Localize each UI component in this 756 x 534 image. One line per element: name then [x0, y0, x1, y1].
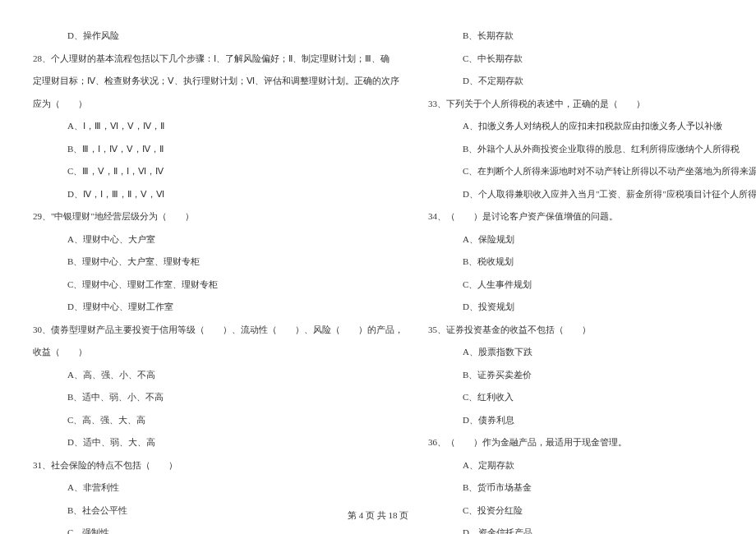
option-text: B、理财中心、大户室、理财专柜: [33, 251, 403, 274]
option-text: C、强制性: [33, 522, 403, 534]
question-text: 收益（ ）: [33, 341, 403, 364]
question-text: 35、证券投资基金的收益不包括（ ）: [428, 319, 756, 342]
option-text: B、货币市场基金: [428, 476, 756, 499]
option-text: D、适中、弱、大、高: [33, 431, 403, 454]
option-text: C、红利收入: [428, 386, 756, 409]
question-text: 36、（ ）作为金融产品，最适用于现金管理。: [428, 431, 756, 454]
option-text: D、Ⅳ，Ⅰ，Ⅲ，Ⅱ，Ⅴ，Ⅵ: [33, 183, 403, 206]
question-text: 30、债券型理财产品主要投资于信用等级（ ）、流动性（ ）、风险（ ）的产品，: [33, 319, 403, 342]
right-column: B、长期存款 C、中长期存款 D、不定期存款 33、下列关于个人所得税的表述中，…: [428, 25, 756, 534]
exam-page: D、操作风险 28、个人理财的基本流程包括以下几个步骤：Ⅰ、了解风险偏好；Ⅱ、制…: [0, 0, 756, 534]
option-text: D、个人取得兼职收入应并入当月"工资、薪金所得"应税项目计征个人所得税: [428, 183, 756, 206]
option-text: C、中长期存款: [428, 48, 756, 71]
option-text: B、证券买卖差价: [428, 364, 756, 387]
question-text: 29、"中银理财"地经营层级分为（ ）: [33, 205, 403, 228]
option-text: D、理财中心、理财工作室: [33, 296, 403, 319]
question-text: 定理财目标；Ⅳ、检查财务状况；Ⅴ、执行理财计划；Ⅵ、评估和调整理财计划。正确的次…: [33, 70, 403, 93]
option-text: B、适中、弱、小、不高: [33, 386, 403, 409]
option-text: D、操作风险: [33, 25, 403, 48]
question-text: 34、（ ）是讨论客户资产保值增值的问题。: [428, 205, 756, 228]
question-text: 31、社会保险的特点不包括（ ）: [33, 454, 403, 477]
option-text: C、人生事件规划: [428, 274, 756, 297]
option-text: B、Ⅲ，Ⅰ，Ⅳ，Ⅴ，Ⅳ，Ⅱ: [33, 138, 403, 161]
option-text: D、投资规划: [428, 296, 756, 319]
option-text: D、不定期存款: [428, 70, 756, 93]
question-text: 33、下列关于个人所得税的表述中，正确的是（ ）: [428, 93, 756, 116]
option-text: C、在判断个人所得来源地时对不动产转让所得以不动产坐落地为所得来源地: [428, 160, 756, 183]
option-text: A、定期存款: [428, 454, 756, 477]
option-text: C、Ⅲ，Ⅴ，Ⅱ，Ⅰ，Ⅵ，Ⅳ: [33, 160, 403, 183]
option-text: B、长期存款: [428, 25, 756, 48]
page-footer: 第 4 页 共 18 页: [0, 509, 756, 522]
option-text: A、理财中心、大户室: [33, 228, 403, 251]
option-text: D、债券利息: [428, 409, 756, 432]
option-text: A、高、强、小、不高: [33, 364, 403, 387]
option-text: A、保险规划: [428, 228, 756, 251]
left-column: D、操作风险 28、个人理财的基本流程包括以下几个步骤：Ⅰ、了解风险偏好；Ⅱ、制…: [33, 25, 403, 534]
option-text: A、非营利性: [33, 476, 403, 499]
question-text: 应为（ ）: [33, 93, 403, 116]
option-text: B、税收规划: [428, 251, 756, 274]
option-text: C、理财中心、理财工作室、理财专柜: [33, 274, 403, 297]
option-text: B、外籍个人从外商投资企业取得的股息、红利所得应缴纳个人所得税: [428, 138, 756, 161]
option-text: A、股票指数下跌: [428, 341, 756, 364]
option-text: A、扣缴义务人对纳税人的应扣未扣税款应由扣缴义务人予以补缴: [428, 115, 756, 138]
option-text: D、资金信托产品: [428, 522, 756, 534]
question-text: 28、个人理财的基本流程包括以下几个步骤：Ⅰ、了解风险偏好；Ⅱ、制定理财计划；Ⅲ…: [33, 48, 403, 71]
option-text: C、高、强、大、高: [33, 409, 403, 432]
option-text: A、Ⅰ，Ⅲ，Ⅵ，Ⅴ，Ⅳ，Ⅱ: [33, 115, 403, 138]
